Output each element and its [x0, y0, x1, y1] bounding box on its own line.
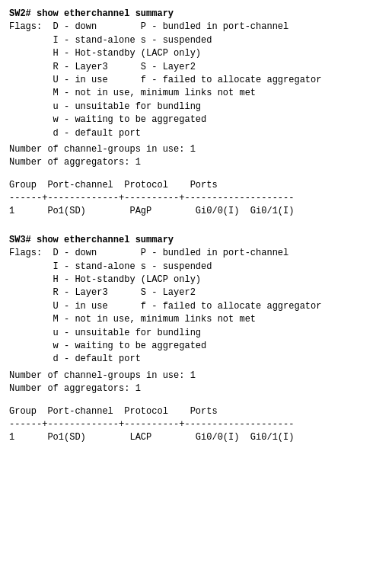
sw3-command: SW3# show etherchannel summary [9, 234, 383, 247]
sw3-flags-block: Flags: D - down P - bundled in port-chan… [9, 247, 383, 366]
sw3-section: SW3# show etherchannel summary Flags: D … [9, 234, 383, 445]
sw2-stats: Number of channel-groups in use: 1 Numbe… [9, 143, 383, 170]
sw2-command: SW2# show etherchannel summary [9, 8, 383, 21]
sw2-flags-block: Flags: D - down P - bundled in port-chan… [9, 21, 383, 140]
sw3-table: Group Port-channel Protocol Ports ------… [9, 405, 383, 445]
sw2-table: Group Port-channel Protocol Ports ------… [9, 179, 383, 219]
sw2-section: SW2# show etherchannel summary Flags: D … [9, 8, 383, 219]
sw3-stats: Number of channel-groups in use: 1 Numbe… [9, 370, 383, 396]
